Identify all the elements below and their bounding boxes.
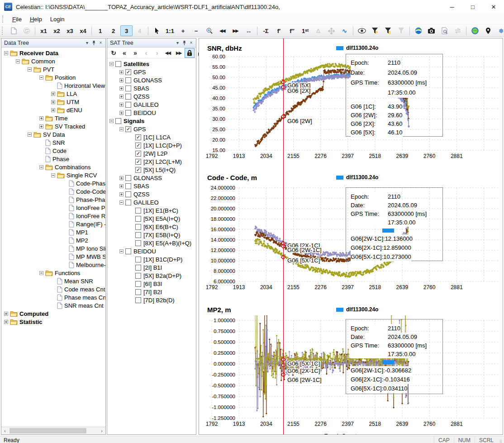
checkbox[interactable]: ✓ [125,126,131,132]
checkbox[interactable] [135,216,141,222]
sat-tree-item-signals[interactable]: −Signals [107,117,196,125]
checkbox[interactable] [135,257,141,262]
freeze-icon[interactable]: ❄ [495,25,504,36]
checkbox[interactable] [135,240,141,246]
scroll-track[interactable] [9,428,98,433]
data-tree-item-code[interactable]: Code [1,147,105,155]
data-tree-item-sv-data[interactable]: −SV Data [1,130,105,138]
fit-width-icon[interactable]: ↔ [242,25,255,36]
sat-tree-item-sbas[interactable]: +SBAS [107,182,196,190]
tree-expander-icon[interactable]: + [119,192,124,196]
minimize-button[interactable]: ─ [442,0,462,14]
data-tree-item-single-rcv[interactable]: −Single RCV [1,171,105,179]
data-tree-item-ionofree-phase[interactable]: IonoFree Phase [1,204,105,212]
data-tree-item-code-code[interactable]: Code-Code [1,187,105,195]
tree-expander-icon[interactable]: − [4,51,8,55]
checkbox[interactable] [115,61,121,67]
menu-item-login[interactable]: Login [46,15,69,24]
step-forward-icon[interactable]: ▶▶ [229,25,242,36]
data-tree-item-ionofree-range[interactable]: IonoFree Range [1,212,105,220]
google-earth-icon[interactable] [412,25,424,36]
data-tree-item-combinations[interactable]: −Combinations [1,163,105,171]
tree-expander-icon[interactable]: + [119,78,124,82]
data-tree-item-receiver-data[interactable]: −Receiver Data [1,49,105,57]
layout-2-button[interactable]: 2 [107,25,119,36]
sat-tree-item-7i-b2i[interactable]: [7I] B2I [107,288,196,296]
last-page-icon[interactable]: » [130,48,140,58]
tree-expander-icon[interactable]: − [51,173,55,177]
step-back-icon[interactable]: ◀◀ [216,25,228,36]
checkbox[interactable] [135,289,141,295]
sum-icon[interactable]: -Σ [260,25,272,36]
checkbox[interactable] [135,281,141,287]
layout-3-button[interactable]: 3 [120,25,133,36]
data-tree-item-mp-mwb-slips[interactable]: MP MWB Slips [1,252,105,261]
checkbox[interactable] [135,224,141,230]
scroll-right-icon[interactable]: › [98,429,105,433]
tree-expander-icon[interactable]: + [51,100,55,104]
first-derivative-icon[interactable]: 1ˢᵗ [299,25,311,36]
maximize-button[interactable]: □ [462,0,483,14]
tree-expander-icon[interactable]: + [119,176,124,180]
tree-expander-icon[interactable]: + [39,124,43,129]
checkbox[interactable] [135,232,141,238]
tree-expander-icon[interactable]: + [119,70,124,74]
zoom-out-button[interactable]: − [190,25,202,36]
scale-x3-button[interactable]: x3 [64,25,76,36]
menu-item-help[interactable]: Help [26,15,46,24]
data-tree-item-sv-tracked[interactable]: +SV Tracked [1,122,105,130]
menu-item-file[interactable]: File [8,15,26,24]
scale-x2-button[interactable]: x2 [51,25,63,36]
fast-back-icon[interactable]: ◀◀ [163,48,173,58]
tree-expander-icon[interactable]: + [119,86,124,91]
tree-expander-icon[interactable]: − [119,249,124,253]
checkbox[interactable] [125,183,131,189]
sat-tree-item-gps[interactable]: −✓GPS [107,125,196,133]
smooth-icon[interactable]: ∿ [338,25,351,36]
zoom-window-icon[interactable] [203,25,215,36]
sat-tree-item-5x-b2a-d-p[interactable]: [5X] B2a(D+P) [107,272,196,280]
sat-tree-item-glonass[interactable]: +GLONASS [107,76,196,84]
sat-tree-item-beidou[interactable]: +BEIDOU [107,109,196,117]
data-tree-item-phase-meas-cnt[interactable]: Phase meas Cnt [1,293,105,301]
checkbox[interactable]: ✓ [135,159,141,165]
checkbox[interactable] [115,118,121,124]
scroll-thumb[interactable] [10,428,86,433]
close-button[interactable]: ✕ [483,0,504,14]
data-tree-item-utm[interactable]: +UTM [1,98,105,106]
pin-panel-icon[interactable] [181,39,188,46]
data-tree-item-denu[interactable]: +dENU [1,106,105,114]
data-tree-item-lla[interactable]: +LLA [1,90,105,98]
checkbox[interactable] [125,175,131,181]
tree-expander-icon[interactable]: − [28,133,32,137]
sat-tree-item-glonass[interactable]: +GLONASS [107,174,196,182]
filter-p-icon[interactable]: P [369,25,381,36]
sat-tree-item-qzss[interactable]: +QZSS [107,190,196,198]
sat-tree-item-2x-l2c-l-m[interactable]: ✓[2X] L2C(L+M) [107,157,196,166]
checkbox[interactable] [135,265,141,271]
checkbox[interactable] [125,248,131,254]
camera-icon[interactable] [425,25,437,36]
checkbox[interactable] [125,94,131,100]
fast-forward-icon[interactable]: ▶▶ [174,48,184,58]
sat-tree-item-1c-l1ca[interactable]: ✓[1C] L1CA [107,133,196,141]
data-tree-item-mean-snr[interactable]: Mean SNR [1,277,105,285]
report-icon[interactable] [438,25,451,36]
tree-expander-icon[interactable]: + [39,116,43,120]
sat-tree-item-7d-b2b-d[interactable]: [7D] B2b(D) [107,296,196,304]
first-page-icon[interactable]: « [119,48,129,58]
one-to-one-button[interactable]: 1:1 [164,25,176,36]
data-tree-item-statistic[interactable]: +Statistic [1,318,105,326]
scale-x4-button[interactable]: x4 [77,25,89,36]
tree-expander-icon[interactable]: − [39,76,43,80]
data-tree-hscrollbar[interactable]: ‹ › [1,427,105,434]
tree-expander-icon[interactable]: + [4,320,8,324]
data-tree-item-mp-iono-slips[interactable]: MP Iono Slips [1,244,105,252]
tree-expander-icon[interactable]: + [119,184,124,188]
sat-tree-item-1x-e1-b-c[interactable]: [1X] E1(B+C) [107,206,196,214]
tree-expander-icon[interactable]: + [119,95,124,99]
data-tree-item-code-phase[interactable]: Code-Phase [1,179,105,187]
data-tree-item-range-if-phase[interactable]: Range(IF) - Phase [1,220,105,228]
resize-grip[interactable]: ⠿ [498,436,504,443]
sat-refresh-icon[interactable]: ↻ [109,48,119,58]
